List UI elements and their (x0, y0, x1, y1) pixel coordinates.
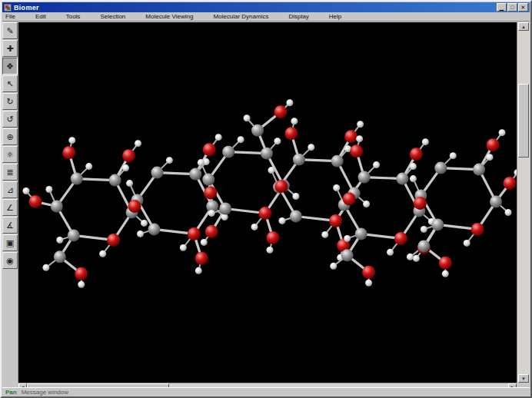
maximize-button[interactable]: □ (507, 3, 517, 12)
molecule-viewport[interactable] (18, 22, 517, 383)
hydrogen-atom[interactable] (422, 138, 429, 145)
oxygen-atom[interactable] (487, 138, 500, 151)
menu-display[interactable]: Display (288, 12, 308, 21)
carbon-atom[interactable] (293, 154, 305, 166)
hydrogen-atom[interactable] (413, 255, 420, 262)
carbon-atom[interactable] (355, 227, 367, 240)
carbon-atom[interactable] (341, 249, 354, 261)
hydrogen-atom[interactable] (442, 270, 449, 277)
distance-tool-button[interactable]: ⊿ (2, 181, 18, 198)
oxygen-atom[interactable] (329, 214, 342, 227)
carbon-atom[interactable] (68, 229, 80, 241)
hydrogen-atom[interactable] (137, 231, 144, 237)
labels-tool-button[interactable]: ▣ (2, 234, 18, 251)
oxygen-atom[interactable] (362, 266, 375, 279)
hydrogen-atom[interactable] (268, 167, 274, 174)
hydrogen-atom[interactable] (195, 267, 202, 274)
close-button[interactable]: ✕ (518, 3, 528, 12)
hydrogen-atom[interactable] (356, 135, 363, 142)
hydrogen-atom[interactable] (286, 99, 293, 106)
hydrogen-atom[interactable] (251, 224, 258, 231)
minimize-button[interactable]: ▁ (497, 3, 507, 12)
hydrogen-atom[interactable] (344, 235, 351, 242)
hydrogen-atom[interactable] (410, 175, 417, 182)
oxygen-atom[interactable] (350, 144, 363, 158)
oxygen-atom[interactable] (107, 234, 120, 247)
hydrogen-atom[interactable] (410, 163, 417, 170)
hydrogen-atom[interactable] (238, 136, 244, 143)
hydrogen-atom[interactable] (85, 163, 92, 170)
carbon-atom[interactable] (148, 223, 160, 235)
vertical-scrollbar[interactable]: ▲ ▼ (517, 22, 530, 383)
oxygen-atom[interactable] (414, 197, 427, 210)
hydrogen-atom[interactable] (357, 121, 364, 128)
carbon-atom[interactable] (219, 203, 231, 215)
hydrogen-atom[interactable] (267, 247, 274, 254)
oxygen-atom[interactable] (205, 225, 218, 238)
hydrogen-atom[interactable] (407, 254, 414, 260)
oxygen-atom[interactable] (28, 195, 42, 208)
oxygen-atom[interactable] (267, 231, 280, 244)
oxygen-atom[interactable] (204, 187, 217, 200)
hydrogen-atom[interactable] (201, 239, 208, 246)
hydrogen-atom[interactable] (363, 201, 370, 207)
scroll-down-button[interactable]: ▼ (518, 374, 529, 383)
hydrogen-atom[interactable] (180, 244, 187, 251)
oxygen-atom[interactable] (343, 193, 356, 206)
hydrogen-atom[interactable] (499, 129, 506, 136)
carbon-atom[interactable] (222, 146, 234, 158)
app-icon[interactable] (4, 4, 12, 12)
hydrogen-atom[interactable] (487, 154, 494, 161)
menu-edit[interactable]: Edit (35, 12, 46, 21)
hydrogen-atom[interactable] (141, 220, 148, 227)
oxygen-atom[interactable] (284, 127, 298, 140)
vertical-scroll-thumb[interactable] (518, 84, 529, 158)
oxygen-atom[interactable] (471, 223, 484, 236)
hydrogen-atom[interactable] (292, 193, 299, 200)
oxygen-atom[interactable] (259, 207, 272, 220)
hydrogen-atom[interactable] (365, 280, 372, 287)
oxygen-atom[interactable] (195, 252, 208, 265)
zoom-tool-button[interactable]: ⊕ (2, 128, 18, 145)
draw-tool-button[interactable]: ✎ (2, 22, 18, 39)
translate-tool-button[interactable]: ✚ (2, 40, 18, 57)
menu-molecule-viewing[interactable]: Molecule Viewing (145, 12, 193, 21)
oxygen-atom[interactable] (75, 267, 88, 280)
hydrogen-atom[interactable] (68, 137, 75, 144)
hydrogen-atom[interactable] (78, 281, 85, 288)
oxygen-atom[interactable] (203, 143, 216, 156)
fragment-tool-button[interactable]: ❖ (2, 58, 18, 75)
hydrogen-atom[interactable] (244, 114, 251, 121)
hydrogen-atom[interactable] (122, 164, 129, 171)
menu-tools[interactable]: Tools (66, 12, 81, 21)
hydrogen-atom[interactable] (198, 159, 204, 166)
hydrogen-atom[interactable] (421, 226, 427, 233)
carbon-atom[interactable] (51, 201, 63, 213)
hydrogen-atom[interactable] (99, 250, 106, 257)
oxygen-atom[interactable] (274, 180, 288, 193)
hydrogen-atom[interactable] (42, 264, 49, 271)
hydrogen-atom[interactable] (278, 217, 285, 224)
hydrogen-atom[interactable] (56, 237, 63, 244)
hydrogen-atom[interactable] (126, 180, 133, 187)
hydrogen-atom[interactable] (274, 138, 281, 144)
carbon-atom[interactable] (290, 210, 302, 222)
hydrogen-atom[interactable] (333, 184, 340, 191)
oxygen-atom[interactable] (410, 148, 423, 161)
measure-tool-button[interactable]: ≣ (2, 164, 18, 181)
hydrogen-atom[interactable] (308, 144, 314, 151)
hydrogen-atom[interactable] (135, 140, 141, 147)
select-tool-button[interactable]: ↖ (2, 75, 18, 92)
hydrogen-atom[interactable] (215, 134, 222, 141)
carbon-atom[interactable] (473, 164, 485, 176)
dihedral-tool-button[interactable]: ∡ (2, 217, 18, 234)
title-bar[interactable]: Biomer ▁□✕ (2, 2, 530, 12)
carbon-atom[interactable] (431, 218, 444, 231)
angle-tool-button[interactable]: ∠ (2, 199, 18, 216)
molecule-tool-button[interactable]: ⚛ (2, 146, 18, 163)
rotate-z-tool-button[interactable]: ↺ (2, 111, 18, 128)
carbon-atom[interactable] (151, 167, 163, 179)
oxygen-atom[interactable] (504, 177, 517, 190)
oxygen-atom[interactable] (274, 105, 287, 118)
menu-selection[interactable]: Selection (100, 12, 125, 21)
